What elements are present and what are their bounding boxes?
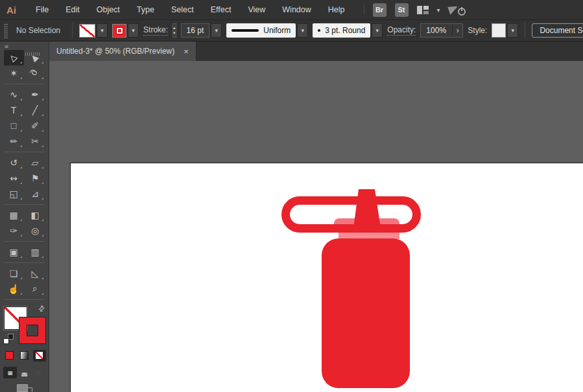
menu-select[interactable]: Select (163, 0, 202, 19)
selection-tool-icon: ◁ (8, 52, 19, 63)
line-segment-tool-icon: ╱ (32, 105, 38, 115)
artboard-tool-icon: ❏ (10, 268, 18, 279)
opacity-field[interactable]: 100% › (420, 23, 463, 38)
bridge-button[interactable]: Br (373, 3, 387, 17)
tool-symbol-sprayer-tool[interactable]: ▣ (4, 244, 24, 260)
tool-line-segment-tool[interactable]: ╱ (25, 102, 45, 118)
tool-eyedropper-tool[interactable]: ✑ (4, 223, 24, 238)
stroke-proxy-swatch[interactable] (19, 317, 45, 343)
fill-color-swatch[interactable] (79, 24, 95, 38)
tool-width-tool[interactable]: ↭ (4, 170, 24, 186)
menu-view[interactable]: View (239, 0, 274, 19)
tool-shape-builder-tool[interactable]: ◱ (4, 186, 24, 202)
screen-mode-button[interactable] (17, 387, 32, 392)
default-fill-stroke-icon[interactable] (3, 334, 14, 344)
tools-divider (5, 152, 45, 152)
tool-lasso-tool[interactable]: ϱ (25, 65, 45, 81)
tools-panel: « ◁◀✶ϱ∿✒T╱□✐✏✂↺▱↭⚑◱⊿▦◧✑◎▣▥❏◺☝⌕ ⇄ ◙◛◌ (0, 41, 49, 392)
control-bar-grip[interactable] (4, 23, 8, 38)
canvas[interactable] (49, 61, 583, 392)
stepper-up-icon[interactable]: ▴ (173, 25, 176, 30)
tool-mesh-tool[interactable]: ▦ (4, 207, 24, 223)
color-button[interactable] (3, 350, 16, 362)
stroke-panel-link[interactable]: Stroke: (143, 25, 168, 36)
document-tab[interactable]: Untitled-3* @ 50% (RGB/Preview) × (49, 41, 196, 61)
menu-items: FileEditObjectTypeSelectEffectViewWindow… (27, 0, 353, 19)
brush-preview-dot (318, 29, 320, 32)
gradient-tool-icon: ◧ (30, 210, 39, 220)
tool-rotate-tool[interactable]: ↺ (4, 155, 24, 170)
menu-object[interactable]: Object (88, 0, 128, 19)
menu-bar: Ai FileEditObjectTypeSelectEffectViewWin… (0, 0, 583, 19)
share-sync-icon[interactable] (449, 3, 466, 16)
none-button[interactable] (33, 350, 46, 362)
tool-paintbrush-tool[interactable]: ✐ (25, 118, 45, 133)
tool-column-graph-tool[interactable]: ▥ (25, 244, 45, 260)
tool-zoom-tool[interactable]: ⌕ (25, 281, 45, 297)
tool-blend-tool[interactable]: ◎ (25, 223, 45, 238)
stepper-down-icon[interactable]: ▾ (173, 30, 176, 36)
tool-shaper-tool[interactable]: ✏ (4, 133, 24, 149)
gradient-button[interactable] (18, 350, 31, 362)
tool-curvature-tool[interactable]: ∿ (4, 87, 24, 102)
menu-effect[interactable]: Effect (202, 0, 240, 19)
column-graph-tool-icon: ▥ (30, 247, 39, 257)
draw-normal-button[interactable]: ◙ (3, 367, 17, 378)
artboard[interactable] (70, 163, 583, 392)
tools-divider (5, 84, 45, 84)
draw-inside-button[interactable]: ◌ (32, 367, 45, 378)
tool-direct-selection-tool[interactable]: ◀ (25, 50, 45, 65)
menu-type[interactable]: Type (128, 0, 163, 19)
bottle-illustration[interactable] (71, 163, 583, 392)
bottle-handle-loop[interactable] (281, 196, 421, 233)
tool-puppet-warp-tool[interactable]: ⚑ (25, 170, 45, 186)
hand-tool-icon: ☝ (8, 284, 19, 294)
tool-gradient-tool[interactable]: ◧ (25, 207, 45, 223)
menu-window[interactable]: Window (274, 0, 319, 19)
brush-chevron-icon[interactable]: ▾ (372, 23, 383, 38)
opacity-panel-link[interactable]: Opacity: (387, 25, 416, 36)
stroke-weight-field[interactable]: 16 pt (181, 23, 210, 38)
swap-fill-stroke-icon[interactable]: ⇄ (36, 303, 47, 314)
graphic-style-swatch[interactable] (492, 23, 506, 38)
fill-dropdown-chevron-icon[interactable]: ▾ (97, 23, 108, 38)
menu-file[interactable]: File (27, 0, 57, 19)
slice-tool-icon: ◺ (32, 268, 39, 279)
stroke-weight-stepper[interactable]: ▴ ▾ (173, 23, 176, 38)
draw-behind-button[interactable]: ◛ (18, 367, 31, 378)
tool-scale-tool[interactable]: ▱ (25, 155, 45, 170)
tool-selection-tool[interactable]: ◁ (4, 50, 24, 65)
width-tool-icon: ↭ (10, 173, 18, 183)
style-chevron-icon[interactable]: ▾ (507, 23, 518, 38)
stock-button[interactable]: St (395, 3, 409, 17)
type-tool-icon: T (11, 105, 17, 115)
stroke-dropdown-chevron-icon[interactable]: ▾ (128, 23, 139, 38)
width-profile-dropdown[interactable]: Uniform (226, 23, 296, 38)
tool-scissors-tool[interactable]: ✂ (25, 133, 45, 149)
chevron-down-icon[interactable]: ▾ (437, 6, 440, 14)
opacity-flyout-icon[interactable]: › (452, 24, 462, 37)
workspace-switcher-icon[interactable] (417, 6, 429, 14)
close-icon[interactable]: × (184, 47, 189, 56)
selection-status: No Selection (16, 26, 60, 35)
stroke-color-swatch[interactable] (112, 24, 126, 38)
width-profile-chevron-icon[interactable]: ▾ (297, 23, 308, 38)
menu-edit[interactable]: Edit (57, 0, 88, 19)
document-setup-button[interactable]: Document Setup (532, 23, 583, 38)
menu-help[interactable]: Help (320, 0, 353, 19)
tool-pen-tool[interactable]: ✒ (25, 87, 45, 102)
tool-artboard-tool[interactable]: ❏ (4, 266, 24, 281)
tool-type-tool[interactable]: T (4, 102, 24, 118)
tool-hand-tool[interactable]: ☝ (4, 281, 24, 297)
brush-dropdown[interactable]: 3 pt. Round (313, 23, 370, 38)
tool-perspective-grid-tool[interactable]: ⊿ (25, 186, 45, 202)
stroke-weight-chevron-icon[interactable]: ▾ (211, 23, 222, 38)
tool-rectangle-tool[interactable]: □ (4, 118, 24, 133)
app-logo[interactable]: Ai (5, 5, 27, 16)
collapse-panel-icon[interactable]: « (5, 42, 8, 50)
tool-magic-wand-tool[interactable]: ✶ (4, 65, 24, 81)
tool-slice-tool[interactable]: ◺ (25, 266, 45, 281)
bottle-body[interactable] (322, 238, 410, 388)
blend-tool-icon: ◎ (31, 225, 39, 236)
direct-selection-tool-icon: ◀ (29, 52, 41, 63)
